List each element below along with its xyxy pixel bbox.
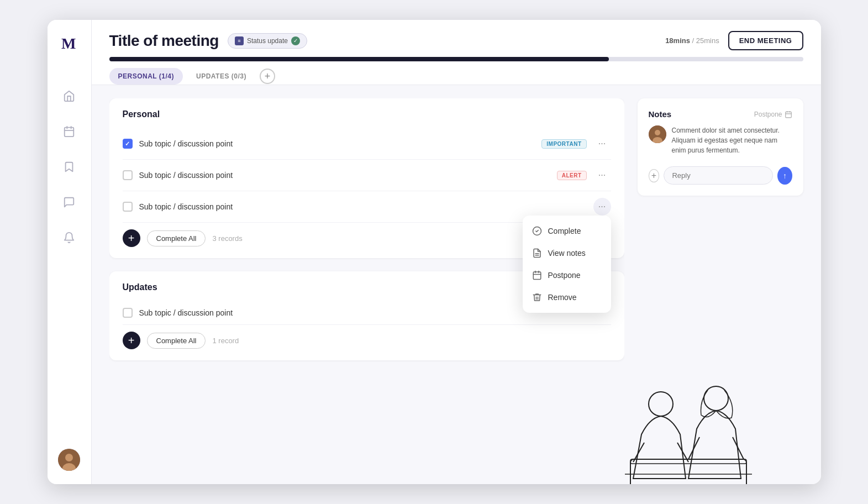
topic-label-1: Sub topic / discussion point xyxy=(139,139,535,148)
tabs-row: PERSONAL (1/4) UPDATES (0/3) + xyxy=(109,61,803,85)
svg-point-20 xyxy=(655,130,660,135)
status-check-icon: ✓ xyxy=(291,36,300,45)
sidebar-item-chat[interactable] xyxy=(59,192,79,212)
header-right: 18mins / 25mins END MEETING xyxy=(665,31,803,50)
postpone-link[interactable]: Postpone xyxy=(754,111,792,118)
menu-item-complete-label: Complete xyxy=(548,227,581,235)
complete-all-updates-button[interactable]: Complete All xyxy=(147,333,206,349)
topic-checkbox-4[interactable] xyxy=(123,308,133,318)
meeting-sections: Personal Sub topic / discussion point IM… xyxy=(109,98,624,471)
svg-point-6 xyxy=(65,454,73,461)
personal-section-title: Personal xyxy=(123,109,611,119)
topic-row: Sub topic / discussion point ALERT ··· xyxy=(123,160,611,191)
menu-item-postpone[interactable]: Postpone xyxy=(523,264,611,286)
progress-bar-fill xyxy=(109,57,609,61)
reply-input[interactable] xyxy=(664,166,773,185)
main-content: Title of meeting ≡ Status update ✓ 18min… xyxy=(92,20,821,484)
menu-item-view-notes[interactable]: View notes xyxy=(523,242,611,264)
user-avatar[interactable] xyxy=(58,449,80,471)
topic-row-with-menu: Sub topic / discussion point ··· xyxy=(123,191,611,223)
sidebar-item-home[interactable] xyxy=(59,86,79,106)
notes-panel: Notes Postpone xyxy=(638,98,803,196)
menu-item-remove[interactable]: Remove xyxy=(523,286,611,308)
note-item: Comment dolor sit amet consectetur. Aliq… xyxy=(649,125,792,155)
svg-rect-1 xyxy=(65,128,74,137)
status-badge-label: Status update xyxy=(247,37,288,45)
personal-section: Personal Sub topic / discussion point IM… xyxy=(109,98,624,258)
note-avatar xyxy=(649,125,666,143)
badge-alert-2: ALERT xyxy=(557,171,587,180)
menu-item-complete[interactable]: Complete xyxy=(523,220,611,242)
meeting-title: Title of meeting xyxy=(109,32,219,50)
tab-personal[interactable]: PERSONAL (1/4) xyxy=(109,68,183,85)
updates-section-footer: + Complete All 1 record xyxy=(123,332,611,349)
header-title-row: Title of meeting ≡ Status update ✓ xyxy=(109,32,307,50)
svg-rect-15 xyxy=(785,112,791,118)
more-button-2[interactable]: ··· xyxy=(593,166,611,184)
sidebar: M xyxy=(48,20,92,484)
topic-label-3: Sub topic / discussion point xyxy=(139,202,587,211)
note-text: Comment dolor sit amet consectetur. Aliq… xyxy=(672,125,792,155)
status-badge[interactable]: ≡ Status update ✓ xyxy=(228,33,307,49)
topic-checkbox-2[interactable] xyxy=(123,170,133,180)
notes-header: Notes Postpone xyxy=(649,109,792,119)
svg-text:M: M xyxy=(61,35,76,52)
updates-records-count: 1 record xyxy=(212,337,239,345)
topic-row: Sub topic / discussion point IMPORTANT ·… xyxy=(123,128,611,160)
end-meeting-button[interactable]: END MEETING xyxy=(728,31,803,50)
more-button-1[interactable]: ··· xyxy=(593,135,611,153)
badge-important-1: IMPORTANT xyxy=(541,139,586,149)
check-circle-icon xyxy=(532,225,543,237)
timer-text: 18mins / 25mins xyxy=(665,36,719,45)
svg-rect-11 xyxy=(533,272,541,280)
topic-checkbox-3[interactable] xyxy=(123,202,133,212)
reply-add-button[interactable]: + xyxy=(649,169,660,182)
reply-row: + ↑ xyxy=(649,166,792,185)
menu-item-view-notes-label: View notes xyxy=(548,249,586,258)
personal-records-count: 3 records xyxy=(212,234,242,243)
menu-item-postpone-label: Postpone xyxy=(548,271,581,280)
notes-title: Notes xyxy=(649,109,672,119)
app-logo[interactable]: M xyxy=(59,33,79,55)
context-menu: Complete xyxy=(523,216,611,313)
content-area: Personal Sub topic / discussion point IM… xyxy=(92,85,821,484)
more-button-3[interactable]: ··· xyxy=(593,198,611,216)
topic-label-2: Sub topic / discussion point xyxy=(139,171,550,180)
calendar-icon xyxy=(532,270,543,281)
sidebar-item-bookmark[interactable] xyxy=(59,157,79,177)
note-icon xyxy=(532,248,543,259)
header-top: Title of meeting ≡ Status update ✓ 18min… xyxy=(109,31,803,50)
reply-send-button[interactable]: ↑ xyxy=(777,167,792,185)
topic-checkbox-1[interactable] xyxy=(123,139,133,149)
sidebar-item-calendar[interactable] xyxy=(59,122,79,141)
trash-icon xyxy=(532,292,543,303)
progress-bar xyxy=(109,57,803,61)
add-tab-button[interactable]: + xyxy=(260,69,275,84)
add-updates-item-button[interactable]: + xyxy=(123,332,140,349)
complete-all-personal-button[interactable]: Complete All xyxy=(147,230,206,246)
add-personal-item-button[interactable]: + xyxy=(123,229,140,247)
header: Title of meeting ≡ Status update ✓ 18min… xyxy=(92,20,821,85)
sidebar-nav xyxy=(59,86,79,431)
sidebar-item-bell[interactable] xyxy=(59,228,79,248)
tab-updates[interactable]: UPDATES (0/3) xyxy=(187,68,255,85)
menu-item-remove-label: Remove xyxy=(548,293,577,302)
status-badge-icon: ≡ xyxy=(235,36,244,45)
